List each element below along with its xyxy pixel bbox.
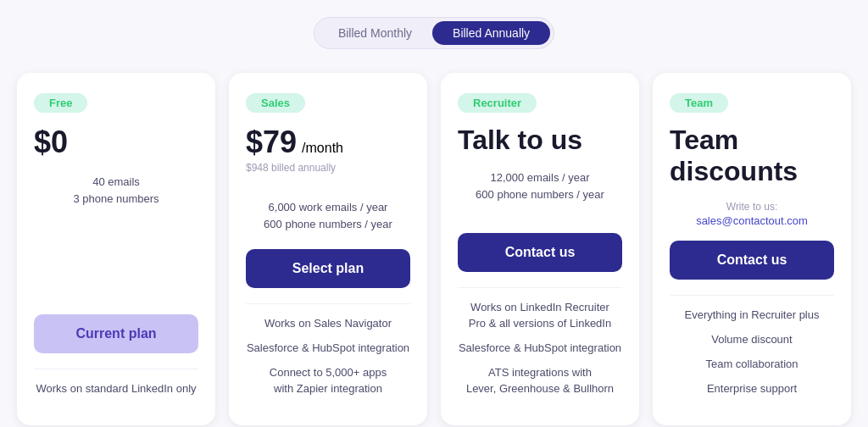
price-block-sales: $79 /month $948 billed annually xyxy=(246,125,410,187)
plan-card-recruiter: Recruiter Talk to us 12,000 emails / yea… xyxy=(441,73,639,425)
price-unit-sales: /month xyxy=(302,141,343,156)
plan-title-recruiter: Talk to us xyxy=(458,125,622,156)
plan-badge-recruiter: Recruiter xyxy=(458,93,537,113)
feature-free-0: Works on standard LinkedIn only xyxy=(34,381,198,397)
plan-write-team: Write to us: xyxy=(670,201,834,213)
plan-title-team: Team discounts xyxy=(670,125,834,187)
cta-button-team[interactable]: Contact us xyxy=(670,241,834,280)
feature-sales-1: Salesforce & HubSpot integration xyxy=(246,341,410,357)
features-header-free: 40 emails3 phone numbers xyxy=(34,174,198,207)
feature-sales-2: Connect to 5,000+ appswith Zapier integr… xyxy=(246,365,410,397)
feature-team-0: Everything in Recruiter plus xyxy=(670,308,834,324)
billing-toggle: Billed Monthly Billed Annually xyxy=(314,17,554,49)
cta-button-sales[interactable]: Select plan xyxy=(246,249,410,288)
plan-price-free: $0 xyxy=(34,125,198,160)
features-header-sales: 6,000 work emails / year600 phone number… xyxy=(246,199,410,232)
billing-monthly[interactable]: Billed Monthly xyxy=(318,21,432,45)
cta-button-recruiter[interactable]: Contact us xyxy=(458,233,622,272)
cta-button-free[interactable]: Current plan xyxy=(34,314,198,353)
billing-annually[interactable]: Billed Annually xyxy=(432,21,550,45)
plan-card-free: Free $0 40 emails3 phone numbers Current… xyxy=(17,73,215,425)
feature-recruiter-2: ATS integrations withLever, Greenhouse &… xyxy=(458,365,622,397)
plan-price-sales: $79 xyxy=(246,125,297,160)
plan-card-team: Team Team discounts Write to us: sales@c… xyxy=(653,73,851,425)
plan-badge-team: Team xyxy=(670,93,728,113)
plan-badge-sales: Sales xyxy=(246,93,305,113)
price-block-free: $0 xyxy=(34,125,198,162)
plan-badge-free: Free xyxy=(34,93,87,113)
plan-email-link-team[interactable]: sales@contactout.com xyxy=(670,214,834,227)
feature-team-3: Enterprise support xyxy=(670,381,834,397)
feature-recruiter-1: Salesforce & HubSpot integration xyxy=(458,341,622,357)
plans-container: Free $0 40 emails3 phone numbers Current… xyxy=(17,73,851,425)
price-row-sales: $79 /month xyxy=(246,125,410,162)
price-value-free: $0 xyxy=(34,125,68,160)
feature-sales-0: Works on Sales Navigator xyxy=(246,316,410,332)
feature-team-2: Team collaboration xyxy=(670,357,834,373)
plan-card-sales: Sales $79 /month $948 billed annually 6,… xyxy=(229,73,427,425)
price-sub-sales: $948 billed annually xyxy=(246,162,410,174)
feature-team-1: Volume discount xyxy=(670,332,834,348)
features-header-recruiter: 12,000 emails / year600 phone numbers / … xyxy=(458,169,622,202)
feature-recruiter-0: Works on LinkedIn RecruiterPro & all ver… xyxy=(458,300,622,332)
